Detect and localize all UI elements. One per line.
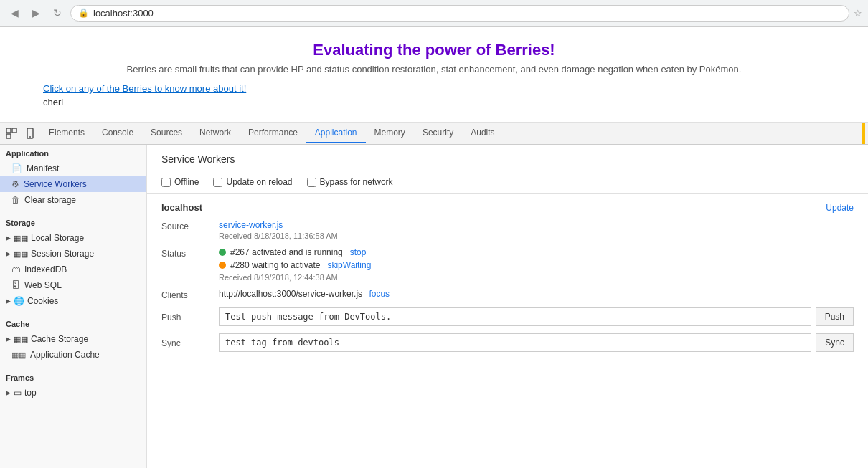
sidebar-item-cache-storage[interactable]: ▶ ▦▦ Cache Storage (0, 331, 146, 347)
bypass-network-label: Bypass for network (320, 177, 393, 187)
clear-storage-icon: 🗑 (11, 195, 20, 205)
indexeddb-icon: 🗃 (11, 264, 20, 274)
web-sql-icon: 🗄 (11, 280, 20, 290)
sw-update-link[interactable]: Update (826, 203, 854, 213)
source-file-link[interactable]: service-worker.js (219, 220, 283, 230)
session-storage-icon: ▦▦ (14, 249, 28, 259)
page-subtitle: Berries are small fruits that can provid… (14, 64, 854, 75)
sw-clients-value: http://localhost:3000/service-worker.js … (219, 289, 854, 299)
status-waiting-line: #280 waiting to activate skipWaiting (219, 260, 854, 270)
page-title: Evaluating the power of Berries! (14, 41, 854, 59)
sidebar-item-service-workers[interactable]: ⚙ Service Workers (0, 176, 146, 192)
status-waiting-text: #280 waiting to activate (230, 260, 320, 270)
svg-rect-2 (6, 134, 11, 138)
status-dot-green (219, 249, 226, 256)
inspect-icon[interactable] (3, 125, 20, 142)
sidebar-item-web-sql[interactable]: 🗄 Web SQL (0, 277, 146, 293)
bookmark-icon[interactable]: ☆ (854, 8, 862, 19)
arrow-icon-2: ▶ (6, 250, 11, 257)
sw-source-value: service-worker.js Received 8/18/2018, 11… (219, 220, 854, 240)
sidebar-header-cache: Cache (0, 315, 146, 331)
svg-rect-1 (12, 128, 16, 133)
page-user: cheri (14, 97, 854, 108)
sw-received-date: Received 8/18/2018, 11:36:58 AM (219, 231, 854, 240)
sync-input[interactable] (219, 333, 811, 352)
cookies-icon: 🌐 (14, 296, 24, 306)
sw-hostname-row: localhost Update (161, 202, 854, 213)
push-label: Push (161, 311, 219, 323)
sw-entry: localhost Update Source service-worker.j… (147, 194, 868, 368)
sidebar-item-indexeddb[interactable]: 🗃 IndexedDB (0, 262, 146, 277)
tab-sources[interactable]: Sources (142, 123, 191, 143)
address-text: localhost:3000 (93, 8, 841, 19)
skipwaiting-action[interactable]: skipWaiting (327, 260, 371, 270)
bypass-network-option[interactable]: Bypass for network (307, 177, 393, 187)
sidebar-item-cookies[interactable]: ▶ 🌐 Cookies (0, 293, 146, 309)
arrow-icon-5: ▶ (6, 389, 11, 396)
sidebar-header-storage: Storage (0, 214, 146, 230)
tab-audits[interactable]: Audits (462, 123, 503, 143)
sidebar-item-application-cache[interactable]: ▦▦ Application Cache (0, 347, 146, 363)
tab-security[interactable]: Security (414, 123, 462, 143)
forward-button[interactable]: ▶ (27, 4, 44, 22)
lock-icon: 🔒 (78, 8, 89, 18)
bypass-network-checkbox[interactable] (307, 178, 316, 187)
sw-sync-group: Sync (219, 333, 854, 352)
sw-status-value: #267 activated and is running stop #280 … (219, 247, 854, 282)
status-dot-orange (219, 262, 226, 269)
service-workers-icon: ⚙ (11, 179, 19, 189)
focus-link[interactable]: focus (369, 289, 390, 299)
waiting-received: Received 8/19/2018, 12:44:38 AM (219, 273, 854, 282)
arrow-icon-4: ▶ (6, 335, 11, 343)
address-bar[interactable]: 🔒 localhost:3000 (70, 5, 849, 22)
panel-title: Service Workers (147, 145, 868, 171)
top-frame-icon: ▭ (14, 388, 22, 398)
status-active-text: #267 activated and is running (230, 247, 343, 257)
sw-push-row: Push Push (161, 307, 854, 326)
svg-rect-0 (6, 128, 11, 133)
push-button[interactable]: Push (816, 307, 854, 326)
tab-application[interactable]: Application (306, 123, 366, 143)
offline-option[interactable]: Offline (161, 177, 199, 187)
sw-source-row: Source service-worker.js Received 8/18/2… (161, 220, 854, 240)
arrow-icon-3: ▶ (6, 297, 11, 305)
tab-memory[interactable]: Memory (366, 123, 414, 143)
browser-chrome: ◀ ▶ ↻ 🔒 localhost:3000 ☆ (0, 0, 868, 27)
update-on-reload-checkbox[interactable] (213, 178, 222, 187)
sw-push-group: Push (219, 307, 854, 326)
clients-label: Clients (161, 289, 219, 300)
sw-options: Offline Update on reload Bypass for netw… (147, 171, 868, 194)
update-on-reload-option[interactable]: Update on reload (213, 177, 292, 187)
tab-performance[interactable]: Performance (240, 123, 306, 143)
divider-1 (0, 211, 146, 211)
local-storage-icon: ▦▦ (14, 234, 28, 243)
source-label: Source (161, 220, 219, 231)
cache-storage-icon: ▦▦ (14, 335, 28, 344)
page-link[interactable]: Click on any of the Berries to know more… (14, 83, 854, 94)
refresh-button[interactable]: ↻ (49, 4, 66, 22)
tab-console[interactable]: Console (93, 123, 142, 143)
tab-network[interactable]: Network (191, 123, 240, 143)
offline-checkbox[interactable] (161, 178, 171, 187)
sidebar-item-local-storage[interactable]: ▶ ▦▦ Local Storage (0, 230, 146, 246)
back-button[interactable]: ◀ (6, 4, 23, 22)
sidebar-header-application: Application (0, 145, 146, 161)
status-label: Status (161, 247, 219, 259)
sidebar-item-top[interactable]: ▶ ▭ top (0, 385, 146, 401)
sidebar-item-clear-storage[interactable]: 🗑 Clear storage (0, 192, 146, 208)
devtools-body: Application 📄 Manifest ⚙ Service Workers… (0, 145, 868, 468)
status-active-line: #267 activated and is running stop (219, 247, 854, 257)
tab-elements[interactable]: Elements (40, 123, 93, 143)
sw-clients-row: Clients http://localhost:3000/service-wo… (161, 289, 854, 300)
app-cache-icon: ▦▦ (11, 350, 26, 360)
stop-action[interactable]: stop (350, 247, 367, 257)
update-on-reload-label: Update on reload (226, 177, 292, 187)
sync-button[interactable]: Sync (816, 333, 854, 352)
sidebar: Application 📄 Manifest ⚙ Service Workers… (0, 145, 147, 468)
sidebar-item-session-storage[interactable]: ▶ ▦▦ Session Storage (0, 246, 146, 262)
push-input[interactable] (219, 307, 811, 326)
mobile-icon[interactable] (22, 125, 39, 142)
offline-label: Offline (174, 177, 199, 187)
divider-3 (0, 366, 146, 366)
sidebar-item-manifest[interactable]: 📄 Manifest (0, 161, 146, 176)
